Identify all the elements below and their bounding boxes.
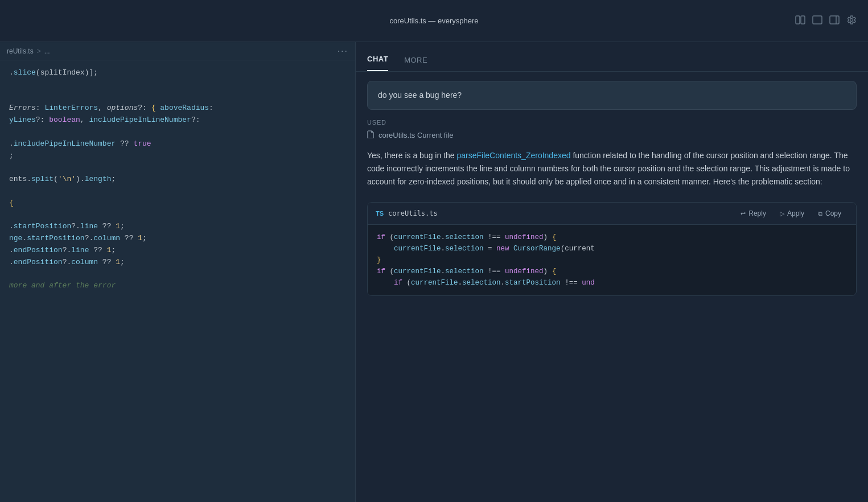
used-label: USED (367, 119, 857, 126)
breadcrumb-file: reUtils.ts (7, 47, 34, 55)
code-line-11 (0, 186, 355, 197)
ts-badge: TS (376, 210, 384, 217)
app-container: coreUtils.ts — everysphere (0, 0, 868, 502)
more-options-button[interactable]: ··· (338, 46, 348, 56)
code-line-8: ; (0, 150, 355, 162)
ai-response-pre-link: Yes, there is a bug in the (367, 151, 456, 160)
code-block-actions: ↩ Reply ▷ Apply ⧉ Copy (734, 207, 848, 220)
ai-response-link[interactable]: parseFileContents_ZeroIndexed (456, 151, 570, 160)
toolbar: ··· (338, 42, 348, 60)
code-line-10: ents.split('\n').length; (0, 174, 355, 186)
title-bar-actions (795, 15, 857, 27)
code-block-file: coreUtils.ts (388, 209, 438, 217)
code-line-15: nge.startPosition?.column ?? 1; (0, 233, 355, 245)
copy-icon: ⧉ (818, 210, 822, 217)
breadcrumb-separator: > (37, 47, 41, 55)
main-content: reUtils.ts > ... ··· .slice(splitIndex)]… (0, 42, 868, 502)
breadcrumb: reUtils.ts > ... ··· (0, 42, 355, 60)
code-line-17: .endPosition?.column ?? 1; (0, 257, 355, 269)
code-line-1: .slice(splitIndex)]; (0, 67, 355, 79)
copy-label: Copy (825, 209, 841, 217)
svg-rect-2 (813, 16, 822, 24)
window-title: coreUtils.ts — everysphere (389, 17, 478, 25)
used-section: USED coreUtils.ts Current file (367, 119, 857, 140)
title-bar: coreUtils.ts — everysphere (0, 0, 868, 42)
cb-line-5: if (currentFile.selection.startPosition … (377, 277, 847, 289)
layout-full-icon[interactable] (812, 15, 822, 27)
settings-icon[interactable] (846, 15, 857, 27)
file-icon (367, 130, 374, 140)
cb-line-4: if (currentFile.selection !== undefined)… (377, 266, 847, 277)
chat-tabs: CHAT MORE (356, 42, 868, 72)
svg-rect-1 (801, 16, 805, 24)
reply-button[interactable]: ↩ Reply (734, 207, 773, 220)
apply-button[interactable]: ▷ Apply (773, 207, 811, 220)
code-line-13 (0, 209, 355, 221)
cb-line-1: if (currentFile.selection !== undefined)… (377, 232, 847, 243)
reply-icon: ↩ (741, 210, 746, 217)
code-block-content: if (currentFile.selection !== undefined)… (368, 225, 856, 295)
code-line-7: .includePipeInLineNumber ?? true (0, 138, 355, 150)
code-line-16: .endPosition?.line ?? 1; (0, 245, 355, 257)
reply-label: Reply (748, 209, 766, 217)
code-line-5: yLines?: boolean, includePipeInLineNumbe… (0, 114, 355, 126)
ai-response: Yes, there is a bug in the parseFileCont… (367, 149, 857, 188)
code-block-filename: TS coreUtils.ts (376, 209, 438, 217)
layout-sidebar-icon[interactable] (829, 15, 840, 27)
code-panel: reUtils.ts > ... ··· .slice(splitIndex)]… (0, 42, 356, 502)
breadcrumb-rest: ... (44, 47, 50, 55)
code-line-6 (0, 126, 355, 138)
code-content: .slice(splitIndex)]; Errors: LinterError… (0, 60, 355, 502)
code-block: TS coreUtils.ts ↩ Reply ▷ Apply (367, 202, 857, 296)
code-line-18 (0, 269, 355, 281)
user-message: do you see a bug here? (367, 81, 857, 110)
code-line-14: .startPosition?.line ?? 1; (0, 221, 355, 233)
tab-more[interactable]: MORE (404, 56, 427, 71)
used-file-name: coreUtils.ts Current file (379, 131, 453, 139)
code-line-2 (0, 79, 355, 91)
cb-line-3: } (377, 254, 847, 266)
tab-chat[interactable]: CHAT (367, 55, 388, 71)
copy-button[interactable]: ⧉ Copy (811, 207, 848, 220)
cb-line-2: currentFile.selection = new CursorRange(… (377, 243, 847, 254)
svg-rect-0 (796, 16, 800, 24)
chat-body[interactable]: do you see a bug here? USED coreUtils.ts… (356, 72, 868, 502)
used-file: coreUtils.ts Current file (367, 130, 857, 140)
user-message-text: do you see a bug here? (378, 90, 462, 100)
code-line-19: more and after the error (0, 280, 355, 292)
code-block-header: TS coreUtils.ts ↩ Reply ▷ Apply (368, 203, 856, 225)
svg-rect-3 (830, 16, 839, 24)
apply-label: Apply (787, 209, 804, 217)
code-line-9 (0, 162, 355, 174)
layout-split-icon[interactable] (795, 15, 805, 27)
code-line-12: { (0, 197, 355, 209)
code-line-4: Errors: LinterErrors, options?: { aboveR… (0, 102, 355, 114)
code-line-3 (0, 91, 355, 103)
chat-panel: CHAT MORE do you see a bug here? USED (356, 42, 868, 502)
apply-icon: ▷ (780, 210, 784, 217)
